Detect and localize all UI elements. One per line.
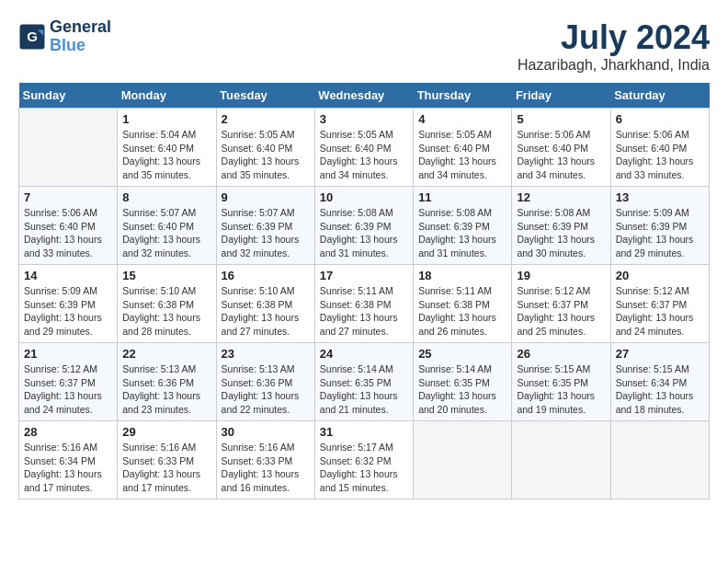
day-info: Sunrise: 5:09 AMSunset: 6:39 PMDaylight:… (24, 284, 112, 339)
day-number: 11 (418, 190, 506, 204)
calendar-day-cell: 19Sunrise: 5:12 AMSunset: 6:37 PMDayligh… (512, 265, 610, 343)
calendar-day-cell: 22Sunrise: 5:13 AMSunset: 6:36 PMDayligh… (118, 343, 216, 421)
calendar-week-row: 1Sunrise: 5:04 AMSunset: 6:40 PMDaylight… (19, 109, 710, 187)
day-number: 27 (616, 347, 704, 361)
day-info: Sunrise: 5:12 AMSunset: 6:37 PMDaylight:… (517, 284, 605, 339)
day-info: Sunrise: 5:11 AMSunset: 6:38 PMDaylight:… (418, 284, 506, 339)
day-number: 2 (222, 112, 310, 126)
calendar-day-cell (512, 421, 610, 500)
calendar-day-cell: 7Sunrise: 5:06 AMSunset: 6:40 PMDaylight… (19, 187, 118, 265)
calendar-day-cell: 30Sunrise: 5:16 AMSunset: 6:33 PMDayligh… (216, 421, 314, 500)
calendar-day-cell: 14Sunrise: 5:09 AMSunset: 6:39 PMDayligh… (19, 265, 118, 343)
calendar-day-cell: 16Sunrise: 5:10 AMSunset: 6:38 PMDayligh… (216, 265, 314, 343)
day-info: Sunrise: 5:04 AMSunset: 6:40 PMDaylight:… (122, 128, 210, 182)
day-info: Sunrise: 5:15 AMSunset: 6:34 PMDaylight:… (616, 362, 704, 417)
page-header: G General Blue July 2024 Hazaribagh, Jha… (18, 18, 710, 74)
day-number: 21 (24, 347, 112, 361)
calendar-day-cell: 24Sunrise: 5:14 AMSunset: 6:35 PMDayligh… (314, 343, 413, 421)
day-number: 6 (616, 112, 704, 126)
day-info: Sunrise: 5:06 AMSunset: 6:40 PMDaylight:… (517, 128, 605, 182)
calendar-day-cell: 15Sunrise: 5:10 AMSunset: 6:38 PMDayligh… (118, 265, 216, 343)
calendar-day-cell: 2Sunrise: 5:05 AMSunset: 6:40 PMDaylight… (216, 109, 314, 187)
calendar-day-cell (414, 421, 512, 500)
calendar-week-row: 7Sunrise: 5:06 AMSunset: 6:40 PMDaylight… (19, 187, 710, 265)
weekday-header-row: SundayMondayTuesdayWednesdayThursdayFrid… (19, 83, 710, 109)
calendar-day-cell (19, 109, 118, 187)
day-number: 5 (517, 112, 605, 126)
logo: G General Blue (18, 18, 111, 55)
day-number: 29 (122, 425, 210, 439)
calendar-day-cell: 23Sunrise: 5:13 AMSunset: 6:36 PMDayligh… (216, 343, 314, 421)
calendar-day-cell: 27Sunrise: 5:15 AMSunset: 6:34 PMDayligh… (610, 343, 709, 421)
day-number: 20 (616, 269, 704, 282)
calendar-week-row: 21Sunrise: 5:12 AMSunset: 6:37 PMDayligh… (19, 343, 710, 421)
day-number: 25 (418, 347, 506, 361)
day-info: Sunrise: 5:08 AMSunset: 6:39 PMDaylight:… (517, 206, 605, 260)
day-number: 18 (418, 269, 506, 282)
day-number: 30 (222, 425, 310, 439)
month-title: July 2024 (518, 18, 710, 57)
day-number: 12 (517, 190, 605, 204)
day-number: 28 (24, 425, 112, 439)
day-info: Sunrise: 5:06 AMSunset: 6:40 PMDaylight:… (24, 206, 112, 260)
weekday-header: Monday (118, 83, 216, 109)
day-info: Sunrise: 5:16 AMSunset: 6:34 PMDaylight:… (24, 441, 112, 495)
day-number: 15 (122, 269, 210, 282)
day-info: Sunrise: 5:14 AMSunset: 6:35 PMDaylight:… (418, 362, 506, 417)
weekday-header: Saturday (610, 83, 709, 109)
calendar-day-cell: 9Sunrise: 5:07 AMSunset: 6:39 PMDaylight… (216, 187, 314, 265)
logo-line1: General (50, 18, 111, 37)
day-info: Sunrise: 5:05 AMSunset: 6:40 PMDaylight:… (320, 128, 408, 182)
title-block: July 2024 Hazaribagh, Jharkhand, India (518, 18, 710, 74)
location-subtitle: Hazaribagh, Jharkhand, India (518, 57, 710, 74)
day-info: Sunrise: 5:05 AMSunset: 6:40 PMDaylight:… (222, 128, 310, 182)
calendar-day-cell: 1Sunrise: 5:04 AMSunset: 6:40 PMDaylight… (118, 109, 216, 187)
day-info: Sunrise: 5:17 AMSunset: 6:32 PMDaylight:… (320, 441, 408, 495)
day-number: 23 (222, 347, 310, 361)
day-info: Sunrise: 5:12 AMSunset: 6:37 PMDaylight:… (616, 284, 704, 339)
calendar-day-cell: 20Sunrise: 5:12 AMSunset: 6:37 PMDayligh… (610, 265, 709, 343)
day-number: 24 (320, 347, 408, 361)
logo-line2: Blue (50, 36, 85, 54)
calendar-day-cell (610, 421, 709, 500)
weekday-header: Friday (512, 83, 610, 109)
day-number: 22 (122, 347, 210, 361)
day-info: Sunrise: 5:12 AMSunset: 6:37 PMDaylight:… (24, 362, 112, 417)
day-number: 1 (122, 112, 210, 126)
day-info: Sunrise: 5:05 AMSunset: 6:40 PMDaylight:… (418, 128, 506, 182)
logo-text: General Blue (50, 18, 111, 55)
day-info: Sunrise: 5:15 AMSunset: 6:35 PMDaylight:… (517, 362, 605, 417)
day-number: 31 (320, 425, 408, 439)
calendar-day-cell: 5Sunrise: 5:06 AMSunset: 6:40 PMDaylight… (512, 109, 610, 187)
day-info: Sunrise: 5:13 AMSunset: 6:36 PMDaylight:… (222, 362, 310, 417)
day-info: Sunrise: 5:16 AMSunset: 6:33 PMDaylight:… (222, 441, 310, 495)
day-info: Sunrise: 5:08 AMSunset: 6:39 PMDaylight:… (418, 206, 506, 260)
day-number: 8 (122, 190, 210, 204)
calendar-week-row: 14Sunrise: 5:09 AMSunset: 6:39 PMDayligh… (19, 265, 710, 343)
calendar-day-cell: 28Sunrise: 5:16 AMSunset: 6:34 PMDayligh… (19, 421, 118, 500)
svg-text:G: G (27, 28, 38, 43)
weekday-header: Thursday (414, 83, 512, 109)
calendar-day-cell: 8Sunrise: 5:07 AMSunset: 6:40 PMDaylight… (118, 187, 216, 265)
day-number: 19 (517, 269, 605, 282)
day-number: 14 (24, 269, 112, 282)
calendar-day-cell: 12Sunrise: 5:08 AMSunset: 6:39 PMDayligh… (512, 187, 610, 265)
calendar-day-cell: 31Sunrise: 5:17 AMSunset: 6:32 PMDayligh… (314, 421, 413, 500)
day-info: Sunrise: 5:14 AMSunset: 6:35 PMDaylight:… (320, 362, 408, 417)
day-number: 9 (222, 190, 310, 204)
calendar-week-row: 28Sunrise: 5:16 AMSunset: 6:34 PMDayligh… (19, 421, 710, 500)
calendar-day-cell: 6Sunrise: 5:06 AMSunset: 6:40 PMDaylight… (610, 109, 709, 187)
day-info: Sunrise: 5:10 AMSunset: 6:38 PMDaylight:… (122, 284, 210, 339)
day-info: Sunrise: 5:10 AMSunset: 6:38 PMDaylight:… (222, 284, 310, 339)
calendar-day-cell: 3Sunrise: 5:05 AMSunset: 6:40 PMDaylight… (314, 109, 413, 187)
calendar-day-cell: 10Sunrise: 5:08 AMSunset: 6:39 PMDayligh… (314, 187, 413, 265)
day-info: Sunrise: 5:13 AMSunset: 6:36 PMDaylight:… (122, 362, 210, 417)
calendar-day-cell: 13Sunrise: 5:09 AMSunset: 6:39 PMDayligh… (610, 187, 709, 265)
calendar-day-cell: 17Sunrise: 5:11 AMSunset: 6:38 PMDayligh… (314, 265, 413, 343)
calendar-day-cell: 21Sunrise: 5:12 AMSunset: 6:37 PMDayligh… (19, 343, 118, 421)
calendar-day-cell: 26Sunrise: 5:15 AMSunset: 6:35 PMDayligh… (512, 343, 610, 421)
weekday-header: Sunday (19, 83, 118, 109)
calendar-day-cell: 4Sunrise: 5:05 AMSunset: 6:40 PMDaylight… (414, 109, 512, 187)
calendar-day-cell: 11Sunrise: 5:08 AMSunset: 6:39 PMDayligh… (414, 187, 512, 265)
calendar-table: SundayMondayTuesdayWednesdayThursdayFrid… (18, 83, 710, 500)
